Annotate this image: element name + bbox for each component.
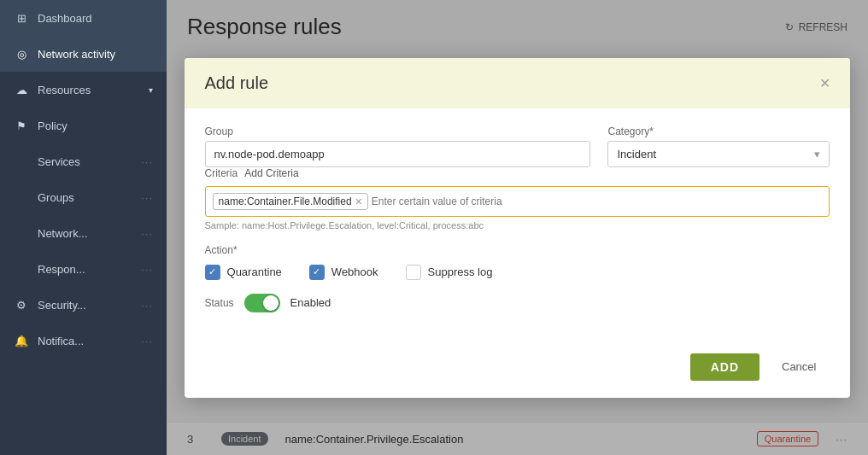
sidebar-item-label: Network activity [38,48,115,61]
sidebar-item-resources[interactable]: ☁ Resources ▾ [0,72,167,108]
main-content: Response rules ↻ REFRESH 8 rules found ↩… [167,0,868,455]
group-input[interactable] [205,141,591,167]
sidebar-item-label: Security... [38,299,86,312]
webhook-checkbox[interactable]: ✓ Webhook [309,265,378,280]
group-category-row: Group Category* Incident Security Networ… [205,125,830,167]
category-field-col: Category* Incident Security Network Aler… [607,125,830,167]
group-label: Group [205,125,591,137]
sidebar-item-label: Respon... [38,263,85,276]
sidebar-item-label: Network... [38,227,88,240]
status-label: Status [205,297,234,309]
action-label: Action* [205,244,830,256]
security-icon: ⚙ [14,297,29,312]
quarantine-checkbox-box: ✓ [205,265,220,280]
criteria-section: Criteria Add Criteria name:Container.Fil… [205,167,830,230]
category-select-wrapper: Incident Security Network Alert ▾ [607,141,830,167]
criteria-tag-remove[interactable]: × [355,195,362,207]
webhook-checkbox-box: ✓ [309,265,325,280]
group-field-col: Group [205,125,591,167]
more-icon: ··· [141,335,153,347]
more-icon: ··· [141,299,153,312]
notifications-icon: 🔔 [14,333,29,348]
add-button[interactable]: ADD [690,353,760,381]
more-icon: ··· [141,155,153,168]
criteria-sample: Sample: name:Host.Privilege.Escalation, … [205,220,830,230]
sidebar-item-dashboard[interactable]: ⊞ Dashboard [0,0,167,36]
sidebar-item-label: Groups [38,191,74,204]
add-rule-modal: Add rule × Group Category* Incident [185,58,851,398]
chevron-down-icon: ▾ [806,148,829,160]
sidebar-item-response[interactable]: Respon... ··· [0,251,167,287]
sidebar-item-policy[interactable]: ⚑ Policy [0,108,167,143]
suppress-log-label: Suppress log [428,265,493,278]
criteria-tag-text: name:Container.File.Modified [219,195,352,207]
quarantine-label: Quarantine [227,265,282,278]
sidebar-item-label: Notifica... [38,335,84,347]
quarantine-checkbox[interactable]: ✓ Quarantine [205,265,282,280]
sidebar-item-groups[interactable]: Groups ··· [0,179,167,215]
criteria-text-input[interactable] [372,195,823,207]
dashboard-icon: ⊞ [14,10,29,26]
add-criteria-button[interactable]: Add Criteria [244,167,298,179]
services-icon [14,154,29,169]
more-icon: ··· [141,227,153,240]
more-icon: ··· [141,263,153,276]
sidebar-item-services[interactable]: Services ··· [0,143,167,179]
modal-footer: ADD Cancel [185,343,851,398]
groups-icon [14,190,29,205]
sidebar-item-label: Resources [38,84,91,96]
modal-header: Add rule × [185,58,851,108]
criteria-tag: name:Container.File.Modified × [213,193,368,210]
criteria-label: Criteria [205,167,238,179]
status-toggle[interactable] [244,294,280,312]
sidebar: ⊞ Dashboard ◎ Network activity ☁ Resourc… [0,0,167,455]
network-icon [14,225,29,241]
more-icon: ··· [141,191,153,204]
checkmark-icon: ✓ [313,266,320,277]
suppress-log-checkbox[interactable]: Suppress log [406,265,493,280]
category-label: Category* [607,125,830,137]
suppress-log-checkbox-box [406,265,421,280]
network-activity-icon: ◎ [14,46,29,61]
checkmark-icon: ✓ [208,266,216,277]
sidebar-item-label: Policy [38,120,67,132]
action-row: ✓ Quarantine ✓ Webhook Suppres [205,265,830,280]
policy-icon: ⚑ [14,118,29,133]
sidebar-item-label: Dashboard [38,12,92,25]
status-section: Status Enabled [205,294,830,312]
sidebar-item-security[interactable]: ⚙ Security... ··· [0,287,167,323]
modal-overlay: Add rule × Group Category* Incident [167,0,868,455]
sidebar-item-network-activity[interactable]: ◎ Network activity [0,36,167,72]
criteria-input-row: name:Container.File.Modified × [205,186,830,217]
modal-title: Add rule [205,73,269,93]
criteria-header: Criteria Add Criteria [205,167,830,179]
modal-body: Group Category* Incident Security Networ… [185,108,851,343]
category-select[interactable]: Incident Security Network Alert [608,142,806,166]
webhook-label: Webhook [331,265,378,278]
status-text: Enabled [290,296,331,309]
cancel-button[interactable]: Cancel [768,353,830,381]
modal-close-button[interactable]: × [820,73,830,93]
response-icon [14,261,29,277]
chevron-down-icon: ▾ [149,85,153,95]
resources-icon: ☁ [14,82,29,97]
action-section: Action* ✓ Quarantine ✓ Webhook [205,244,830,280]
toggle-thumb [263,295,279,311]
sidebar-item-label: Services [38,155,80,168]
sidebar-item-notifications[interactable]: 🔔 Notifica... ··· [0,323,167,359]
sidebar-item-network[interactable]: Network... ··· [0,215,167,251]
